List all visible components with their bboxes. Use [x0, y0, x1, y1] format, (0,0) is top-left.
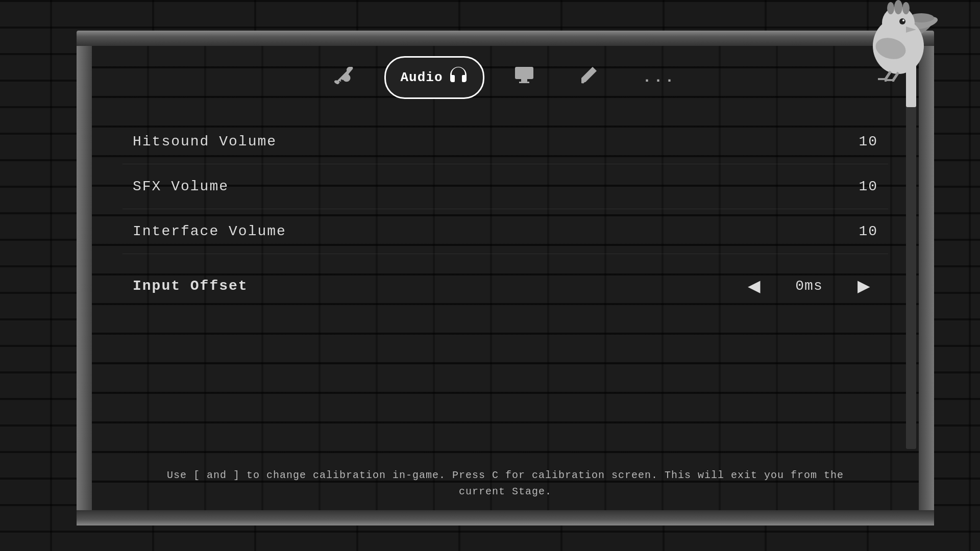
interface-label: Interface Volume: [133, 223, 286, 239]
info-line2: current Stage.: [122, 484, 888, 500]
sfx-label: SFX Volume: [133, 179, 229, 194]
hitsound-label: Hitsound Volume: [133, 134, 277, 149]
svg-point-14: [902, 19, 904, 21]
svg-line-15: [886, 71, 891, 79]
svg-rect-1: [521, 79, 527, 82]
border-left: [77, 46, 92, 525]
interface-value: 10: [859, 223, 878, 239]
wrench-icon: [334, 65, 355, 90]
tab-bar: Audio: [92, 46, 919, 109]
interface-row: Interface Volume 10: [122, 209, 888, 254]
info-line1: Use [ and ] to change calibration in-gam…: [122, 467, 888, 484]
offset-value: 0ms: [789, 278, 829, 294]
svg-rect-2: [519, 82, 529, 83]
tab-display[interactable]: [500, 58, 549, 97]
monitor-icon: [514, 65, 534, 90]
settings-area: Hitsound Volume 10 SFX Volume 10 Interfa…: [92, 119, 919, 312]
scrollbar[interactable]: [906, 46, 916, 449]
border-bottom: [77, 510, 934, 525]
tab-general[interactable]: [320, 58, 369, 97]
hitsound-row: Hitsound Volume 10: [122, 119, 888, 164]
chicken-mascot: [857, 0, 939, 82]
tab-audio[interactable]: Audio: [384, 56, 484, 99]
sfx-row: SFX Volume 10: [122, 164, 888, 209]
svg-point-11: [887, 2, 894, 14]
more-tab-label: ...: [643, 69, 676, 86]
border-right: [919, 46, 934, 525]
svg-point-10: [902, 2, 910, 14]
headphones-icon: [448, 65, 469, 90]
offset-increase-button[interactable]: [850, 273, 878, 298]
info-text-area: Use [ and ] to change calibration in-gam…: [92, 457, 919, 510]
border-top: [77, 31, 934, 46]
scrollbar-track: [906, 46, 916, 449]
offset-controls: 0ms: [740, 273, 878, 298]
svg-rect-0: [515, 67, 533, 79]
svg-point-9: [894, 0, 902, 14]
hitsound-value: 10: [859, 134, 878, 149]
sfx-value: 10: [859, 179, 878, 194]
content-panel: Audio: [92, 46, 919, 510]
tab-editor[interactable]: [564, 58, 613, 97]
tab-more[interactable]: ...: [628, 62, 691, 93]
input-offset-row: Input Offset 0ms: [122, 259, 888, 312]
offset-decrease-button[interactable]: [740, 273, 768, 298]
input-offset-label: Input Offset: [133, 278, 248, 294]
pencil-icon: [578, 65, 599, 90]
svg-point-13: [899, 18, 905, 24]
audio-tab-label: Audio: [400, 70, 443, 85]
